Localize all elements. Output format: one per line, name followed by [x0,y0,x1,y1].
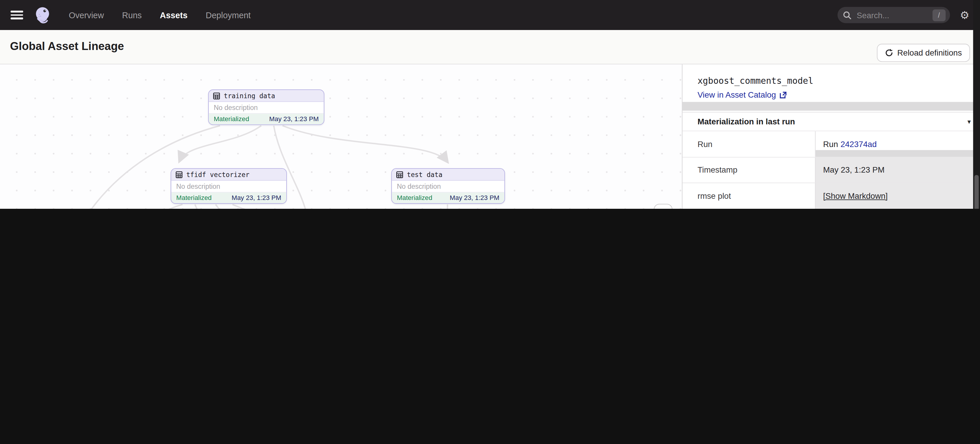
row-value: May 23, 1:23 PM [815,157,980,183]
node-header: test_data [392,169,504,181]
node-timestamp: May 23, 1:23 PM [232,194,281,202]
node-footer: MaterializedMay 23, 1:23 PM [209,114,324,124]
asset-node-test_data[interactable]: test_dataNo descriptionMaterializedMay 2… [391,168,505,204]
nav-item-overview[interactable]: Overview [69,10,104,20]
node-header: tfidf_vectorizer [171,169,286,181]
row-label: Timestamp [682,157,815,183]
node-name: tfidf_vectorizer [186,170,250,178]
row-label: rmse plot [682,183,815,208]
table-row-timestamp: Timestamp May 23, 1:23 PM [682,157,980,183]
run-cell-scrollbar[interactable] [816,150,980,156]
asset-name-title: xgboost_comments_model [697,76,813,86]
global-search[interactable]: / [837,7,950,23]
metadata-table: Run Run 242374ad Timestamp May 23, 1:23 … [682,130,980,209]
vertical-scrollbar[interactable] [973,0,980,209]
dagster-logo[interactable] [33,5,52,25]
page-title: Global Asset Lineage [10,40,124,53]
nav-item-runs[interactable]: Runs [122,10,142,20]
node-status: Materialized [214,115,249,123]
table-row-mean-absolute-error-plot: mean_absolute_error plot [Show Markdown] [682,208,980,209]
row-value: Run 242374ad [815,131,980,157]
vertical-scrollbar-thumb[interactable] [974,175,979,209]
node-footer: MaterializedMay 23, 1:23 PM [171,193,286,203]
node-description: No description [392,181,504,192]
nav-item-assets[interactable]: Assets [160,10,188,20]
asset-node-training_data[interactable]: training_dataNo descriptionMaterializedM… [208,89,324,125]
node-status: Materialized [397,194,432,202]
nav-items: Overview Runs Assets Deployment [69,10,251,20]
graph-zoom-controls [654,204,673,209]
reload-definitions-button[interactable]: Reload definitions [877,44,970,62]
dagster-app: Overview Runs Assets Deployment / ⚙ Glob… [0,0,980,209]
chevron-down-icon: ▼ [966,118,972,125]
row-label: Run [682,131,815,157]
asset-details-panel: xgboost_comments_model View in Asset Cat… [682,64,980,209]
node-name: test_data [407,170,442,178]
panel-horizontal-scrollbar[interactable] [682,102,980,111]
table-row-rmse-plot: rmse plot [Show Markdown] [682,183,980,208]
node-name: training_data [224,92,275,100]
top-navbar: Overview Runs Assets Deployment / ⚙ [0,0,980,30]
octopus-logo-icon [33,5,52,25]
show-markdown-link[interactable]: [Show Markdown] [823,191,888,201]
run-id-link[interactable]: 242374ad [841,139,877,149]
node-timestamp: May 23, 1:23 PM [269,115,319,123]
hamburger-menu-icon[interactable] [11,11,23,19]
table-icon [396,171,403,178]
search-shortcut-badge: / [932,9,946,21]
view-in-asset-catalog-link[interactable]: View in Asset Catalog [697,90,787,99]
asset-graph-canvas[interactable] [0,64,682,209]
asset-node-tfidf_vectorizer[interactable]: tfidf_vectorizerNo descriptionMaterializ… [170,168,286,204]
row-value: [Show Markdown] [815,183,980,208]
section-materialization-last-run[interactable]: Materialization in last run ▼ [682,112,980,131]
reload-icon [885,49,893,57]
node-header: training_data [209,90,324,102]
node-timestamp: May 23, 1:23 PM [450,194,500,202]
node-description: No description [209,102,324,114]
settings-gear-icon[interactable]: ⚙ [960,10,969,20]
table-icon [175,171,182,178]
node-status: Materialized [177,194,212,202]
external-link-icon [779,91,787,99]
nav-item-deployment[interactable]: Deployment [206,10,251,20]
table-row-run: Run Run 242374ad [682,130,980,156]
zoom-in-button[interactable] [654,204,672,209]
page-header: Global Asset Lineage Reload definitions [0,30,980,64]
table-icon [213,92,220,99]
search-icon [843,11,851,19]
node-description: No description [171,181,286,192]
node-footer: MaterializedMay 23, 1:23 PM [392,193,504,203]
